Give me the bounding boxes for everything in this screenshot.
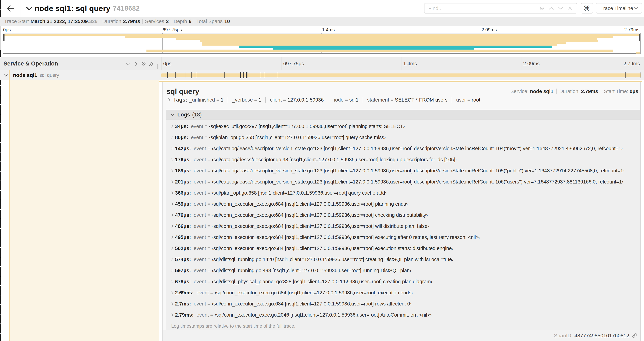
log-row[interactable]: 142μs: event = ‹sql/catalog/lease/descri…: [166, 143, 640, 154]
stat-value: 2: [166, 19, 169, 24]
log-field-key: event: [192, 212, 206, 218]
log-timestamp: 176μs:: [175, 157, 192, 163]
log-event-mark[interactable]: [240, 72, 241, 78]
log-row[interactable]: 2.69ms: event = ‹sql/conn_executor_exec.…: [166, 287, 640, 298]
view-range-right-handle[interactable]: [639, 34, 640, 42]
stat-value: 2.79ms: [123, 19, 140, 24]
log-event-mark[interactable]: [260, 72, 260, 78]
log-row[interactable]: 176μs: event = ‹sql/catalog/descs/descri…: [166, 154, 640, 165]
clear-find-icon[interactable]: [568, 6, 573, 11]
back-button[interactable]: [1, 0, 20, 17]
span-bar-track[interactable]: [161, 70, 641, 80]
log-timestamp: 80μs:: [175, 135, 190, 140]
stat-separator: [142, 19, 143, 24]
log-event-mark[interactable]: [624, 72, 624, 78]
log-row[interactable]: 502μs: event = ‹sql/conn_executor_exec.g…: [166, 243, 640, 254]
log-row[interactable]: 2.79ms: event = ‹sql/conn_executor_exec.…: [166, 309, 640, 320]
log-event-mark[interactable]: [186, 72, 186, 78]
log-row[interactable]: 366μs: event = ‹sql/plan_opt.go:358 [nsq…: [166, 187, 640, 198]
log-field-key: event: [192, 223, 206, 229]
log-field-key: event: [192, 257, 206, 262]
log-field-key: event: [192, 146, 206, 151]
stat-label: Duration: [102, 19, 121, 24]
log-row[interactable]: 597μs: event = ‹sql/distsql_running.go:4…: [166, 265, 640, 276]
log-row[interactable]: 678μs: event = ‹sql/distsql_physical_pla…: [166, 276, 640, 287]
collapse-all-icon[interactable]: [141, 61, 146, 67]
log-row[interactable]: 189μs: event = ‹sql/catalog/lease/descri…: [166, 165, 640, 176]
log-event-mark[interactable]: [194, 72, 194, 78]
log-equals: =: [206, 212, 212, 218]
trace-view-dropdown[interactable]: Trace Timeline: [596, 3, 642, 14]
log-equals: =: [206, 168, 212, 174]
log-event-mark[interactable]: [196, 72, 196, 78]
prev-result-icon[interactable]: [548, 6, 554, 11]
log-equals: =: [206, 190, 212, 196]
tags-accordian[interactable]: Tags: _unfinished = 1_verbose = 1client …: [162, 96, 640, 103]
keyboard-shortcuts-button[interactable]: ⌘: [581, 3, 593, 14]
row-expand-chevron-icon[interactable]: [4, 73, 8, 78]
view-range-left-handle[interactable]: [3, 34, 4, 42]
focus-matches-icon[interactable]: [539, 6, 544, 11]
log-equals: =: [209, 290, 214, 296]
logs-header[interactable]: Logs (18): [166, 110, 640, 120]
log-field-key: event: [192, 179, 206, 185]
log-equals: =: [209, 312, 214, 318]
tag-_unfinished: _unfinished = 1: [189, 97, 224, 103]
log-row[interactable]: 459μs: event = ‹sql/conn_executor_exec.g…: [166, 198, 640, 209]
log-row[interactable]: 2.7ms: event = ‹sql/conn_executor_exec.g…: [166, 298, 640, 309]
trace-stats-bar: Trace StartMarch 31 2022, 17:25:09.326Du…: [0, 17, 644, 26]
log-event-mark[interactable]: [246, 72, 247, 78]
minimap-tick-label: 2.09ms: [482, 27, 497, 33]
next-result-icon[interactable]: [558, 6, 563, 11]
span-row-node-sql1[interactable]: node sql1 sql query: [0, 70, 644, 80]
log-timestamp: 189μs:: [175, 168, 192, 174]
log-event-mark[interactable]: [248, 72, 248, 78]
log-row[interactable]: 495μs: event = ‹sql/conn_executor_exec.g…: [166, 232, 640, 243]
log-event-mark[interactable]: [278, 72, 278, 78]
log-expand-chevron-icon: [171, 125, 174, 128]
collapse-title-chevron-icon[interactable]: [26, 7, 32, 11]
log-field-value: ‹sql/distsql_physical_planner.go:828 [ns…: [212, 279, 432, 284]
log-row[interactable]: 201μs: event = ‹sql/catalog/lease/descri…: [166, 176, 640, 187]
tag-separator: [363, 97, 363, 103]
trace-stat-total-spans: Total Spans10: [196, 19, 230, 24]
log-row[interactable]: 476μs: event = ‹sql/conn_executor_exec.g…: [166, 209, 640, 221]
minimap-span-bar: [200, 40, 598, 42]
find-input[interactable]: [424, 4, 535, 13]
log-event-mark[interactable]: [167, 72, 168, 78]
log-event-mark[interactable]: [243, 72, 244, 78]
logs-accordian: Logs (18) 34μs: event = ‹sql/exec_util.g…: [166, 110, 640, 333]
log-event-mark[interactable]: [640, 72, 641, 78]
column-resize-grip[interactable]: [157, 64, 160, 69]
expand-all-icon[interactable]: [148, 61, 154, 67]
column-divider[interactable]: [159, 70, 159, 341]
log-expand-chevron-icon: [171, 291, 174, 294]
collapse-one-icon[interactable]: [125, 61, 131, 67]
back-arrow-icon: [6, 4, 15, 13]
logs-title: Logs: [177, 112, 190, 118]
log-row[interactable]: 574μs: event = ‹sql/distsql_running.go:1…: [166, 254, 640, 265]
log-field-value: ‹sql/conn_executor_exec.go:2046 [nsql1,c…: [214, 312, 432, 318]
tags-label: Tags:: [173, 97, 187, 103]
minimap-span-bar: [240, 46, 552, 48]
stat-value: 6: [189, 19, 192, 24]
log-row[interactable]: 80μs: event = ‹sql/plan_opt.go:358 [nsql…: [166, 132, 640, 143]
log-event-mark[interactable]: [175, 72, 176, 78]
log-expand-chevron-icon: [171, 247, 174, 250]
log-event-mark[interactable]: [224, 72, 224, 78]
log-event-mark[interactable]: [264, 72, 264, 78]
log-event-mark[interactable]: [192, 72, 192, 78]
log-expand-chevron-icon: [171, 202, 174, 205]
log-row[interactable]: 34μs: event = ‹sql/exec_util.go:2297 [ns…: [166, 121, 640, 132]
top-bar: node sql1: sql query 7418682: [1, 0, 644, 17]
log-field-key: event: [192, 157, 206, 163]
log-event-mark[interactable]: [245, 72, 245, 78]
log-equals: =: [206, 268, 212, 273]
span-tree-indent-guide[interactable]: [9, 70, 10, 341]
minimap-span-bar: [3, 34, 640, 36]
log-row[interactable]: 486μs: event = ‹sql/conn_executor_exec.g…: [166, 221, 640, 232]
expand-one-icon[interactable]: [133, 61, 139, 67]
log-event-mark[interactable]: [626, 72, 626, 78]
deep-link-icon[interactable]: [632, 333, 638, 338]
trace-minimap[interactable]: [3, 33, 640, 54]
